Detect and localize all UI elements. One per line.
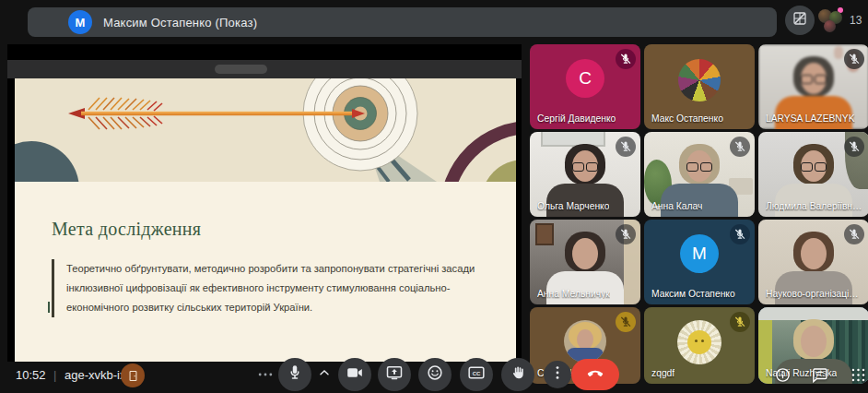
initial-avatar: M [680,234,719,273]
mic-button[interactable] [278,358,311,391]
participant-tile[interactable]: LARYSA LAZEBNYK [758,44,868,129]
shared-window-titlebar [7,60,522,78]
mic-off-icon [730,224,750,244]
clock: 10:52 [16,368,46,382]
participant-count: 13 [850,14,862,27]
svg-text:CC: CC [473,371,481,376]
participant-mini-avatar [824,20,836,32]
slide-title: Мета дослідження [52,219,201,240]
glasses [801,162,813,172]
slide-quote-text: Теоретично обґрунтувати, методично розро… [52,259,498,317]
mic-off-icon [616,224,636,244]
emoji-icon [426,363,444,386]
camera-button[interactable] [338,358,371,391]
meeting-info-button[interactable] [774,366,792,387]
info-icon [774,366,792,387]
participant-tile[interactable]: Науково-організаці… [758,220,868,304]
participant-tile[interactable]: Макс Остапенко [644,44,755,129]
more-v-icon [548,363,567,386]
presenter-label: Максим Остапенко (Показ) [103,16,257,30]
present-button[interactable] [378,358,411,391]
chat-button[interactable] [811,366,828,387]
presentation-slide: Мета дослідження Теоретично обґрунтувати… [15,78,516,362]
glasses [815,162,827,172]
participant-name: Людмила Валеріївн… [766,201,862,211]
person-face [801,238,827,269]
present-icon [385,363,404,386]
share-toolbar-handle [215,65,267,74]
glasses [801,75,813,84]
arrow-target-illustration [15,78,516,182]
mic-off-icon [616,137,636,157]
call-end-icon [586,363,604,386]
person-shoulders [661,184,738,217]
reactions-button[interactable] [418,358,452,391]
person-shoulders [775,96,852,129]
photo-collage-avatar [678,59,721,101]
cc-icon: CC [467,363,486,386]
participant-name: zqgdf [651,368,674,378]
leave-room-icon[interactable] [121,363,145,387]
participant-tile[interactable]: MМаксим Остапенко [644,220,755,304]
videocam-icon [346,363,364,386]
mic-off-icon [730,312,750,332]
mic-off-icon [844,224,864,244]
meeting-code: age-xvkb-ixi [65,368,128,382]
glasses [700,162,712,172]
mic-off-icon [844,137,864,157]
presenter-pill[interactable]: M Максим Остапенко (Показ) [28,7,777,37]
separator: | [53,368,56,382]
mic-off-icon [616,312,636,332]
person-shoulders [775,184,852,217]
hand-icon [509,363,527,386]
participant-name: Науково-організаці… [766,289,859,299]
raise-hand-button[interactable] [501,358,534,391]
participant-name: Сергій Давиденко [537,113,616,124]
slide-illustration [15,78,516,182]
photo-avatar [564,320,606,363]
participant-name: Анна Калач [651,201,702,211]
sun-avatar [677,320,721,364]
mic-off-icon [616,49,636,69]
mic-icon [286,363,304,386]
glasses [815,75,827,84]
captions-button[interactable]: CC [460,358,493,391]
apps-icon [850,366,867,387]
participant-name: Ольга Марченко [537,201,609,211]
glasses [572,162,584,172]
person-shoulders [546,184,624,217]
participant-tile[interactable]: Анна Мельничук [530,220,640,304]
participant-name: Максим Остапенко [651,289,735,299]
participant-tile[interactable]: ССергій Давиденко [530,44,640,129]
person-shoulders [546,271,624,304]
more-vertical-button[interactable] [544,361,571,388]
participant-tile[interactable]: Анна Калач [644,132,755,217]
mic-off-icon [844,49,864,69]
participant-tile[interactable]: Ольга Марченко [530,132,640,217]
person-face [572,238,598,269]
shared-screen: Мета дослідження Теоретично обґрунтувати… [7,44,522,362]
chevron-up-icon [317,365,332,384]
participant-name: LARYSA LAZEBNYK [766,113,855,124]
initial-avatar: С [566,59,604,98]
chat-icon [811,366,828,387]
participant-name: Макс Остапенко [651,113,723,124]
glasses [686,162,698,172]
activities-button[interactable] [850,366,867,387]
glasses [586,162,598,172]
presenter-avatar: M [68,10,92,34]
more-h-icon [256,365,275,387]
participant-tile[interactable]: zqgdf [644,307,755,384]
text-cursor [48,302,50,313]
person-face [801,326,827,357]
person-shoulders [775,271,852,304]
device-chevron-button[interactable] [317,365,332,384]
change-layout-button[interactable] [785,6,815,35]
mic-off-icon [730,137,750,157]
participants-avatars[interactable] [818,7,846,35]
participant-tile[interactable]: Людмила Валеріївн… [758,132,868,217]
layout-grid-off-icon [792,10,808,30]
more-options-button[interactable] [256,365,275,387]
participant-name: Анна Мельничук [537,289,610,299]
end-call-button[interactable] [571,359,619,390]
